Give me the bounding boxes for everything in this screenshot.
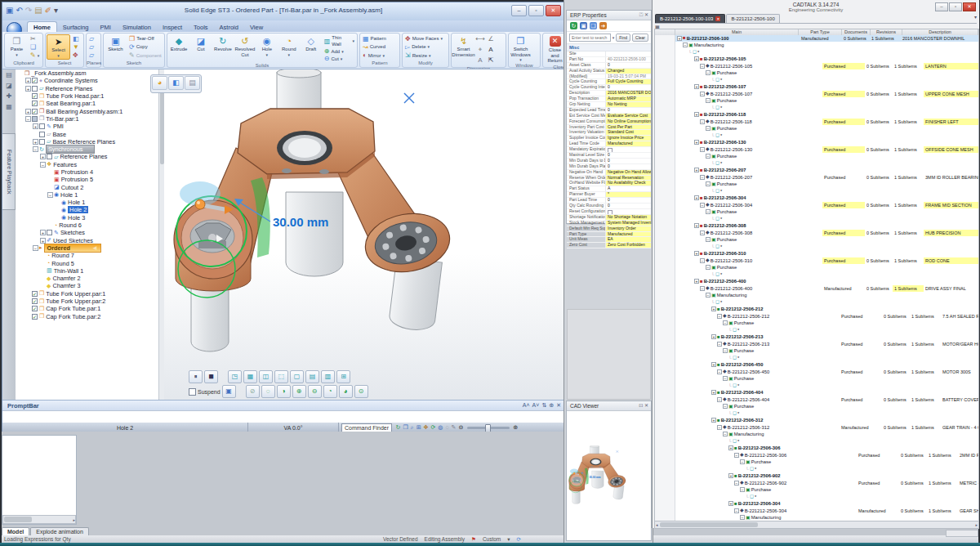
cut-button[interactable]: ⊖Cut▾	[323, 55, 356, 62]
visibility-checkbox[interactable]: ✓	[32, 78, 38, 83]
window-fit-icon[interactable]: ❒	[403, 424, 408, 431]
erp-property-row[interactable]: Reserve When Order UnrelNormal Reservati…	[567, 176, 651, 181]
font-decrease-icon[interactable]: A˅	[532, 402, 540, 409]
status-custom[interactable]: Custom	[483, 536, 501, 542]
panel-view-button[interactable]: ◫	[259, 370, 273, 383]
frame-view-button[interactable]: ⬚	[274, 370, 288, 383]
close-icon[interactable]: ✕	[644, 403, 648, 408]
pattern-button[interactable]: ▦Pattern	[361, 35, 388, 43]
bom-row[interactable]: └◻*	[655, 355, 978, 362]
bom-row[interactable]: −◆B-221212-2506-107Purchased0 SubItems1 …	[655, 91, 978, 98]
erp-property-row[interactable]: Forecast ConsumptionNo Online Consumptio…	[567, 119, 651, 125]
erp-property-row[interactable]: Description2016 MANCOSTER DOWNHIL	[567, 91, 651, 96]
erp-property-row[interactable]: Grp NettingNo Netting	[567, 102, 651, 108]
expand-toggle[interactable]: −	[706, 181, 710, 186]
expand-toggle[interactable]: −	[706, 265, 710, 270]
pathfinder-item[interactable]: ◆Chamfer 2	[16, 275, 164, 282]
pan-icon[interactable]: ✥	[424, 424, 429, 431]
close-icon[interactable]: ✕	[556, 402, 561, 409]
bom-row[interactable]: −◆B-221212-2506-404Purchased0 SubItems1 …	[655, 396, 978, 404]
erp-property-row[interactable]: Part No40-221212-2506-100	[567, 57, 651, 63]
ribbon-tab-simulation[interactable]: Simulation	[117, 22, 157, 32]
bom-row[interactable]: └◻*	[655, 466, 978, 473]
pin-icon[interactable]: ⇅	[541, 402, 546, 409]
expand-toggle[interactable]: −	[700, 64, 705, 69]
erp-property-row[interactable]: Stock ManagementSystem Managed Inventory	[567, 221, 651, 226]
erp-panel-header[interactable]: ERP Properties ⏍ ✕	[567, 11, 651, 20]
expand-toggle[interactable]: −	[717, 369, 722, 374]
bom-row[interactable]: └◻*	[655, 299, 978, 307]
erp-property-row[interactable]: Pop TransactionAutomatic MRP	[567, 96, 651, 102]
pathfinder-item[interactable]: ◆Chamfer 3	[16, 282, 164, 289]
erp-property-row[interactable]: Ext Service Cost MethodEvaluate Service …	[567, 114, 651, 119]
bom-row[interactable]: └◻*	[655, 160, 978, 168]
visibility-checkbox[interactable]: ✓	[32, 109, 38, 114]
expand-toggle[interactable]: −	[683, 43, 688, 47]
expand-toggle[interactable]: +	[25, 109, 31, 114]
expand-toggle[interactable]: −	[734, 453, 739, 458]
erp-property-row[interactable]: Mandatory Expiration Date	[567, 147, 651, 153]
format-brush-icon-button[interactable]: ✎▾	[29, 51, 41, 59]
expand-toggle[interactable]: −	[33, 245, 38, 251]
feature-playback-tab[interactable]: Feature Playback	[2, 133, 16, 210]
pathfinder-item[interactable]: ✓❒Tube Fork Upper.par:1	[16, 290, 164, 298]
add-button[interactable]: ⊕Add▾	[323, 47, 356, 55]
expand-toggle[interactable]: −	[700, 230, 705, 235]
bom-row[interactable]: −◆B-221212-2506-312Manufactured0 SubItem…	[655, 424, 978, 432]
bom-row[interactable]: −▣Manufacturing	[655, 292, 978, 299]
select-options-icon-button[interactable]: ✥	[71, 51, 81, 59]
sketch-button[interactable]: ▣Sketch	[105, 34, 127, 60]
bom-row[interactable]: └◻*	[655, 383, 978, 390]
shaded-icon[interactable]: ◍	[438, 424, 443, 431]
expand-toggle[interactable]: −	[723, 404, 728, 409]
cols-view-button[interactable]: ▥	[321, 370, 335, 383]
bom-row[interactable]: +■B-221212-2506-312	[655, 417, 978, 424]
visibility-checkbox[interactable]: ✓	[32, 291, 38, 297]
expand-toggle[interactable]: +	[711, 307, 716, 311]
save-button[interactable]: ▣	[222, 385, 236, 398]
pathfinder-item[interactable]: ◔Round 7	[16, 252, 164, 259]
ribbon-tab-inspect[interactable]: Inspect	[157, 22, 188, 32]
zoom-area-icon[interactable]: ⊞	[416, 424, 421, 431]
erp-property-row[interactable]: Default Min Req SupplyInventory Order	[567, 226, 651, 232]
expand-toggle[interactable]: +	[694, 223, 699, 228]
plane-icon-button[interactable]: ▱	[87, 51, 96, 59]
bom-row[interactable]: −▣Manufacturing	[655, 431, 978, 438]
expand-toggle[interactable]: −	[700, 119, 705, 124]
ribbon-tab-view[interactable]: View	[244, 22, 269, 32]
bom-row[interactable]: +■B-221212-2506-304	[655, 500, 978, 508]
zoom-icon[interactable]: ⌕	[411, 424, 414, 431]
expand-toggle[interactable]: +	[33, 139, 38, 145]
text-style-icon[interactable]: A	[475, 56, 485, 65]
erp-property-row[interactable]: OnHand Website FlagNo Availability Check	[567, 181, 651, 186]
erp-property-row[interactable]: Zero CostZero Cost Forbidden	[567, 243, 651, 248]
bom-row[interactable]: +■B-221212-2506-450	[655, 361, 978, 369]
box-view-button[interactable]: ▢	[290, 370, 304, 383]
circle-dash-button[interactable]: ◌	[261, 385, 275, 398]
bom-row[interactable]: └◻*	[655, 410, 978, 418]
pathfinder-item[interactable]: ◪Cutout 2	[16, 183, 164, 190]
visibility-checkbox[interactable]: ✓	[32, 298, 38, 304]
expand-toggle[interactable]: +	[25, 78, 31, 83]
curved-button[interactable]: ↝Curved	[361, 43, 388, 51]
refresh-icon[interactable]: ↻	[396, 424, 401, 431]
bom-row[interactable]: −◆B-221212-2506-450Purchased0 SubItems1 …	[655, 369, 978, 376]
erp-property-row[interactable]: Inventory Valuation MethStandard Cost	[567, 130, 651, 136]
expand-toggle[interactable]: +	[711, 362, 716, 367]
bom-row[interactable]: └◻*	[655, 271, 978, 279]
plane-icon-button[interactable]: ▱	[87, 43, 96, 51]
bom-row[interactable]: −▣Purchase	[655, 125, 978, 132]
bom-row[interactable]: +■B-221212-2506-213	[655, 333, 978, 341]
bom-row[interactable]: −▣Purchase	[655, 181, 978, 188]
3d-viewport[interactable]: 30.00 mm	[164, 69, 564, 405]
expand-toggle[interactable]: −	[700, 92, 705, 96]
expand-toggle[interactable]: −	[706, 237, 710, 242]
expand-toggle[interactable]: +	[40, 154, 46, 159]
visibility-checkbox[interactable]	[39, 123, 45, 129]
bom-row[interactable]: −▣Purchase	[655, 69, 978, 77]
ribbon-tab-tools[interactable]: Tools	[188, 22, 214, 32]
erp-section-header[interactable]: Misc	[567, 44, 651, 51]
expand-toggle[interactable]: −	[706, 70, 710, 75]
ribbon-tab-pmi[interactable]: PMI	[95, 22, 117, 32]
bom-row[interactable]: −◆B-221212-2506-130Purchased0 SubItems1 …	[655, 146, 978, 154]
